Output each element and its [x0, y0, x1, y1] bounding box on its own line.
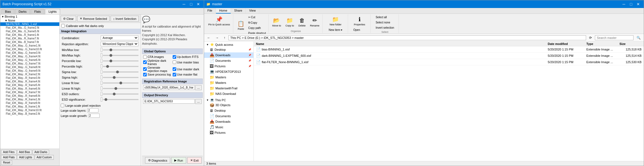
file-item-7[interactable]: Flat_iDK_May...G_frame10.fit — [0, 47, 59, 51]
explorer-maximize-button[interactable]: □ — [628, 1, 634, 7]
sidebar-item-masters2[interactable]: 📁 Masters — [204, 80, 253, 85]
linear-fit-high-input[interactable] — [101, 86, 102, 90]
maximize-button[interactable]: □ — [188, 1, 194, 7]
col-name-header[interactable]: Name — [256, 42, 548, 45]
exit-button[interactable]: ✕ Exit — [187, 157, 202, 164]
sidebar-item-nas[interactable]: 📁 NAS Download — [204, 91, 253, 97]
add-darks-button[interactable]: Add Darks — [33, 150, 49, 154]
min-max-low-input[interactable] — [101, 48, 102, 52]
sidebar-item-pictures-pc[interactable]: 🖼 Pictures — [204, 130, 253, 135]
sidebar-item-3d-objects[interactable]: 📦 3D Objects — [204, 102, 253, 108]
add-files-button[interactable]: Add Files — [1, 150, 17, 154]
percentile-high-slider[interactable] — [103, 66, 138, 67]
copy-path-button[interactable]: Copy path — [247, 26, 267, 30]
new-item-button[interactable]: New item ▾ — [327, 28, 344, 32]
combination-control[interactable]: Average — [100, 35, 140, 41]
file-item-22[interactable]: Flat_iDK_May...R_frame9.fit — [0, 101, 59, 105]
paste-button[interactable]: 📋 Paste — [235, 20, 247, 31]
file-item-8[interactable]: Flat_iDK_May...G_frame3.fit — [0, 51, 59, 55]
sidebar-item-downloads-pc[interactable]: 📥 Downloads — [204, 119, 253, 124]
linear-fit-low-slider[interactable] — [103, 82, 138, 84]
file-item-16[interactable]: Flat_iDK_May...R_frame4.fit — [0, 80, 59, 83]
file-item-0[interactable]: flat-FILTER...NING_1.xisf — [0, 22, 59, 26]
move-to-button[interactable]: 📂 Move to — [270, 16, 283, 28]
layers-input[interactable] — [87, 108, 98, 113]
use-master-bias-checkbox[interactable] — [173, 60, 176, 64]
file-item-15[interactable]: Flat_iDK_May...R_frame3.fit — [0, 76, 59, 80]
registration-input[interactable] — [143, 85, 195, 90]
min-max-low-slider[interactable] — [103, 49, 138, 50]
back-button[interactable]: ← — [205, 35, 212, 41]
remove-selected-button[interactable]: ✕ Remove Selected — [77, 16, 109, 22]
add-flats-button[interactable]: Add Flats — [1, 155, 17, 160]
sidebar-item-documents[interactable]: 📄 Documents 📌 — [204, 58, 253, 63]
sigma-high-input[interactable] — [101, 75, 102, 79]
pin-to-quick-button[interactable]: 📌 Pin to Quick access — [206, 15, 232, 27]
file-item-20[interactable]: Flat_iDK_May...R_frame8.fit — [0, 94, 59, 98]
select-all-button[interactable]: Select all — [374, 15, 396, 20]
growth-input[interactable] — [89, 114, 100, 118]
run-button[interactable]: ▶ Run — [171, 157, 186, 164]
search-button[interactable]: 🔍 — [635, 35, 643, 41]
sidebar-item-hpdesktop[interactable]: 💻 HPDESKTOP2013 — [204, 69, 253, 74]
file-item-10[interactable]: Flat_iDK_May...G_frame6.fit — [0, 58, 59, 62]
address-input[interactable] — [228, 35, 586, 40]
file-item-3[interactable]: Flat_iDK_Ma...R_frame1.fit — [0, 33, 59, 37]
reg-browse-button[interactable]: ... — [195, 85, 202, 90]
ribbon-tab-file[interactable]: File — [204, 8, 216, 14]
percentile-high-input[interactable] — [101, 64, 102, 68]
file-item-2[interactable]: Flat_iDK_Ma...G_frame5.fit — [0, 30, 59, 33]
properties-button[interactable]: ℹ Properties — [352, 15, 367, 27]
output-dir-input[interactable] — [143, 99, 195, 104]
sidebar-item-desktop-pc[interactable]: 🖥 Desktop — [204, 108, 253, 113]
file-item-6[interactable]: Flat_iDK_May...G_frame1.fit — [0, 44, 59, 47]
new-folder-button[interactable]: 📁 New folder — [328, 15, 343, 27]
forward-button[interactable]: → — [213, 35, 221, 41]
linear-fit-low-input[interactable] — [101, 81, 102, 85]
minimize-button[interactable]: ─ — [181, 1, 187, 7]
invert-selection-button[interactable]: ↕ Invert Selection — [111, 16, 139, 22]
up-button[interactable]: ↑ — [222, 35, 227, 41]
cut-button[interactable]: ✂ Cut — [247, 15, 267, 20]
content-row-1[interactable]: 📄 dark-BINNING_1-EXPTIME_600.xisf 5/20/2… — [254, 53, 644, 59]
sidebar-item-masterswithtrail[interactable]: 📁 MasterswithTrail — [204, 85, 253, 91]
rename-button[interactable]: ✏ Rename — [308, 16, 321, 28]
optimize-checkbox[interactable] — [143, 60, 147, 64]
tab-lights[interactable]: Lights — [45, 9, 60, 14]
file-item-12[interactable]: Flat_iDK_May...G_frame8.fit — [0, 65, 59, 69]
file-list-scroll[interactable]: ▼ Binning 1 ▼ None flat-FILTER...NING_1.… — [0, 15, 59, 149]
close-button[interactable]: ✕ — [195, 1, 202, 7]
large-scale-checkbox[interactable] — [61, 104, 64, 107]
copy-to-button[interactable]: 📁 Copy to — [284, 16, 296, 28]
file-item-4[interactable]: Flat_iDK_Ma...R_frame7.fit — [0, 37, 59, 40]
col-date-header[interactable]: Date modified — [548, 42, 586, 45]
generate-checkbox[interactable] — [143, 67, 147, 71]
sigma-high-slider[interactable] — [103, 77, 138, 78]
file-item-19[interactable]: Flat_iDK_May...R_frame7.fit — [0, 90, 59, 94]
file-item-25[interactable]: Flat_iDK_May...B_frame2.fit — [0, 112, 59, 116]
esd-significance-slider[interactable] — [103, 99, 138, 100]
file-item-18[interactable]: Flat_iDK_May...R_frame6.fit — [0, 87, 59, 90]
search-input[interactable] — [595, 35, 634, 40]
combination-select[interactable]: Average — [101, 36, 138, 40]
ribbon-tab-view[interactable]: View — [246, 8, 259, 14]
ribbon-tab-home[interactable]: Home — [216, 8, 231, 14]
add-custom-button[interactable]: Add Custom — [35, 155, 54, 160]
file-item-9[interactable]: Flat_iDK_May...G_frame4.fit — [0, 55, 59, 58]
cfa-checkbox[interactable] — [143, 55, 147, 59]
sidebar-item-desktop[interactable]: 🖥 Desktop 📌 — [204, 47, 253, 52]
file-item-21[interactable]: Flat_iDK_May...R_frame1.fit — [0, 98, 59, 101]
tab-darks[interactable]: Darks — [15, 9, 30, 14]
tab-bias[interactable]: Bias — [1, 9, 14, 14]
rejection-control[interactable]: Winsorized Sigma Clipping — [100, 41, 140, 47]
select-none-button[interactable]: Select none — [374, 20, 396, 25]
content-row-0[interactable]: 📄 bias-BINNING_1.xisf 5/20/2020 1:15 PM … — [254, 46, 644, 53]
calibrate-checkbox[interactable] — [61, 24, 65, 28]
file-item-1[interactable]: Flat_iDK_Ma...G_frame2.fit — [0, 26, 59, 30]
percentile-low-input[interactable] — [101, 59, 102, 63]
up-bottom-checkbox[interactable] — [173, 55, 176, 59]
file-item-5[interactable]: Flat_iDK_Ma...B_frame7.fit — [0, 40, 59, 44]
delete-button[interactable]: 🗑 Delete — [296, 16, 308, 28]
open-button[interactable]: Open — [352, 28, 367, 32]
sigma-low-slider[interactable] — [103, 71, 138, 73]
